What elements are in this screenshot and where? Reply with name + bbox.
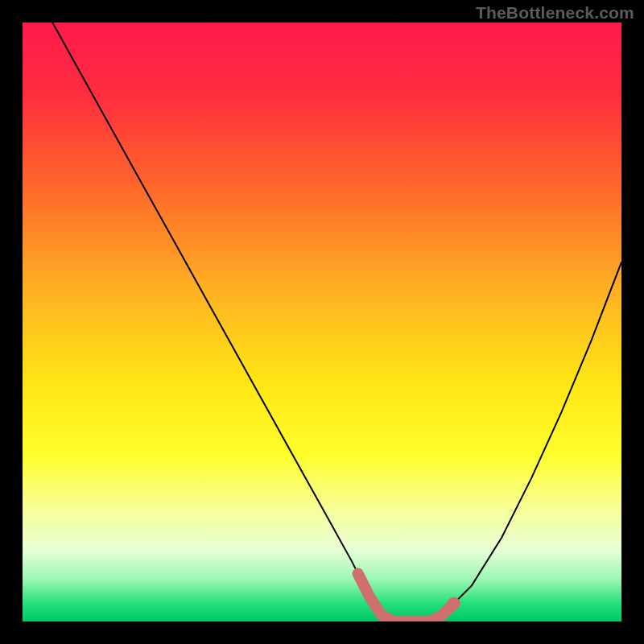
- watermark-text: TheBottleneck.com: [476, 3, 634, 23]
- highlight-end-dot: [448, 597, 460, 610]
- chart-frame: TheBottleneck.com: [0, 0, 644, 644]
- curve-layer: [23, 23, 621, 621]
- bottleneck-curve: [52, 23, 621, 621]
- plot-area: [23, 23, 621, 621]
- highlight-segment: [358, 574, 454, 622]
